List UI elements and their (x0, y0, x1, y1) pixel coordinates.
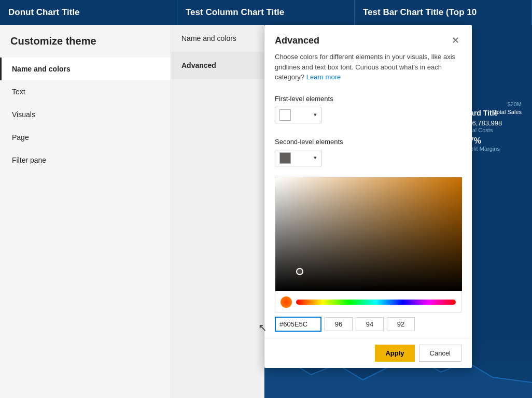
sales-amount: $20M (507, 101, 522, 107)
sidebar-item-visuals[interactable]: Visuals (0, 103, 171, 126)
chart-header-bar: Donut Chart Title Test Column Chart Titl… (0, 0, 532, 25)
chart-title-2: Test Column Chart Title (177, 0, 355, 25)
sidebar-item-filter-pane[interactable]: Filter pane (0, 149, 171, 172)
sidebar-nav: Name and colors Text Visuals Page Filter… (0, 58, 171, 172)
modal-description: Choose colors for different elements in … (264, 52, 472, 91)
sidebar: Customize theme Name and colors Text Vis… (0, 25, 171, 398)
color-picker (275, 177, 461, 312)
chart-title-3: Test Bar Chart Title (Top 10 (355, 0, 532, 25)
color-gradient[interactable] (275, 177, 462, 291)
second-level-color-swatch (279, 152, 291, 164)
green-input[interactable] (356, 317, 384, 331)
second-level-label: Second-level elements (275, 138, 461, 146)
blue-input[interactable] (387, 317, 415, 331)
dropdown-arrow-2-icon: ▾ (314, 154, 317, 161)
hue-slider[interactable] (296, 300, 456, 305)
kpi-value: $96,783,998 (465, 119, 527, 127)
hue-slider-row (275, 291, 461, 312)
dropdown-arrow-icon: ▾ (314, 111, 317, 118)
first-level-color-dropdown[interactable]: ▾ (275, 107, 321, 123)
sales-label: Total Sales (494, 109, 522, 115)
sidebar-item-name-colors[interactable]: Name and colors (0, 58, 171, 80)
second-level-section: Second-level elements ▾ (264, 134, 472, 177)
modal-header: Advanced ✕ (264, 25, 472, 52)
cancel-button[interactable]: Cancel (419, 345, 461, 362)
sidebar-item-text[interactable]: Text (0, 80, 171, 103)
advanced-modal: Advanced ✕ Choose colors for different e… (264, 25, 472, 368)
learn-more-link[interactable]: Learn more (306, 73, 341, 81)
first-level-section: First-level elements ▾ (264, 91, 472, 134)
second-level-color-dropdown[interactable]: ▾ (275, 150, 321, 166)
first-level-color-swatch (279, 109, 291, 121)
tab-name-colors[interactable]: Name and colors (171, 25, 264, 52)
red-input[interactable] (325, 317, 353, 331)
sidebar-item-page[interactable]: Page (0, 126, 171, 149)
color-inputs-row (264, 312, 472, 338)
modal-title: Advanced (275, 35, 319, 46)
tab-advanced[interactable]: Advanced (171, 52, 264, 79)
hue-preview-circle (281, 296, 292, 308)
first-level-label: First-level elements (275, 95, 461, 103)
theme-tabs: Name and colors Advanced (171, 25, 264, 398)
sidebar-title: Customize theme (0, 25, 171, 52)
kpi-label1: Total Costs (465, 127, 527, 133)
kpi-label2: Profit Margins (465, 146, 527, 152)
modal-footer: Apply Cancel (264, 338, 472, 368)
close-button[interactable]: ✕ (449, 34, 461, 47)
hex-input[interactable] (275, 317, 321, 332)
apply-button[interactable]: Apply (375, 345, 414, 362)
kpi-pct: 37% (465, 136, 527, 146)
chart-title-1: Donut Chart Title (0, 0, 177, 25)
color-picker-handle[interactable] (296, 268, 303, 275)
